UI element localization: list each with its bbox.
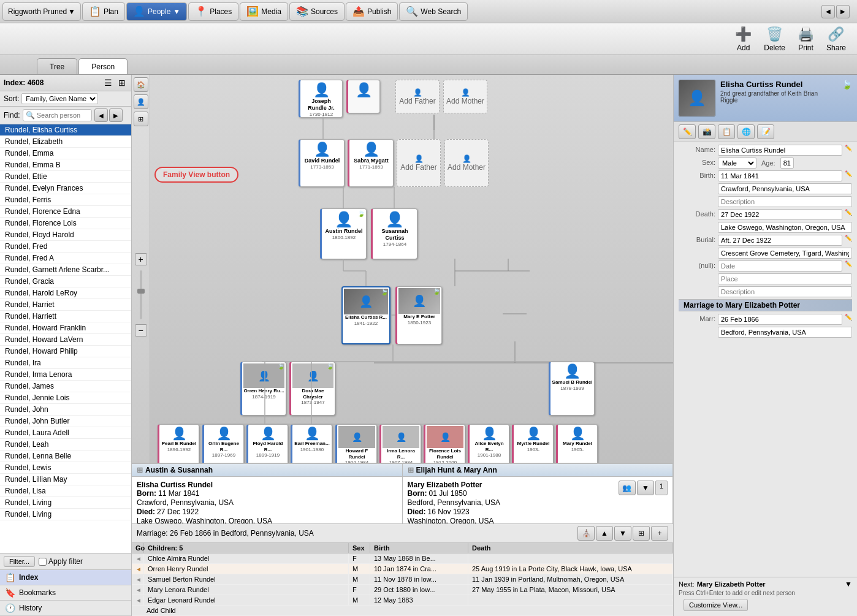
zoom-out-btn[interactable]: − [135,324,147,337]
tree-card-joseph[interactable]: 👤 Joseph Rundle Jr. 1730-1812 [299,80,343,118]
tree-card-pearl[interactable]: 👤 Pearl E Rundel 1896-1992 [158,424,199,463]
death-date-input[interactable] [718,209,842,220]
list-item[interactable]: Rundel, Ira [0,357,131,369]
list-item[interactable]: Rundel, Harriett [0,311,131,322]
list-item[interactable]: Rundel, Florence Edna [0,206,131,218]
share-button[interactable]: 🔗 Share [820,24,852,55]
sidebar-nav-index[interactable]: 📋 Index [0,570,131,585]
list-item[interactable]: Rundel, Floyd Harold [0,229,131,241]
tree-card-susannah[interactable]: 👤 Susannah Curtiss 1794-1864 [371,208,417,259]
tree-card-howard[interactable]: 👤 Howard F Rundel 1904-1984 [335,424,377,463]
action-media-btn[interactable]: 📸 [698,124,715,139]
marriage-btn3[interactable]: + [651,526,668,541]
row-go-icon[interactable]: ◄ [132,565,144,574]
list-item[interactable]: Rundel, Lisa [0,485,131,497]
app-dropdown[interactable]: Riggworth Pruned ▼ [2,2,81,21]
add-button[interactable]: ➕ Add [729,24,758,55]
list-item[interactable]: Rundel, James [0,381,131,392]
list-item[interactable]: Rundel, Leah [0,439,131,451]
right-family-btn1[interactable]: 👥 [619,481,636,495]
sort-select[interactable]: Family, Given Name [21,93,98,104]
list-item[interactable]: Rundel, Laura Adell [0,427,131,439]
index-view-btn2[interactable]: ⊞ [116,77,128,88]
marr-date-input[interactable] [718,314,842,325]
menu-websearch[interactable]: 🔍 Web Search [399,2,468,21]
menu-sources[interactable]: 📚 Sources [289,2,345,21]
action-edit-btn[interactable]: ✏️ [679,124,696,139]
null-edit-btn[interactable]: ✏️ [845,260,852,267]
menu-media[interactable]: 🖼️ Media [240,2,288,21]
tree-card-dora[interactable]: 👤 Dora Mae Chrysler 1873-1947 🍃 [289,362,335,416]
marriage-btn2[interactable]: ⊞ [633,526,650,541]
birth-edit-btn[interactable]: ✏️ [845,170,852,177]
list-item[interactable]: Rundel, Jennie Lois [0,392,131,404]
nav-back[interactable]: ◀ [821,5,835,18]
child-name[interactable]: Chloe Almira Rundel [144,553,349,563]
right-family-btn2[interactable]: ▼ [637,481,654,495]
child-name[interactable]: Edgar Leonard Rundel [144,595,349,605]
list-item[interactable]: Rundel, Harold LeRoy [0,287,131,299]
list-item[interactable]: Rundel, Howard Franklin [0,322,131,334]
tree-add-father-2[interactable]: 👤 Add Father [397,139,441,187]
list-item[interactable]: Rundel, Emma B [0,159,131,171]
tree-card-blank1[interactable]: 👤 [346,80,380,113]
child-name[interactable]: Orren Henry Rundel [144,564,349,574]
death-edit-btn[interactable]: ✏️ [845,209,852,216]
tree-card-florence[interactable]: 👤 Florence Lois Rundel 1912-2000 [424,424,465,463]
list-item[interactable]: Rundel, Howard LaVern [0,334,131,346]
null-desc-input[interactable] [718,286,852,297]
list-item[interactable]: Rundel, Elisha Curtiss [0,124,131,136]
birth-desc-input[interactable] [718,196,852,207]
sex-select[interactable]: Male Female [718,158,756,169]
list-item[interactable]: Rundel, Living [0,509,131,520]
delete-button[interactable]: 🗑️ Delete [758,24,791,55]
add-child-btn[interactable]: Add Child [132,606,180,615]
list-item[interactable]: Rundel, Irma Lenora [0,369,131,381]
customize-view-button[interactable]: Customize View... [684,599,748,611]
tree-card-orren[interactable]: 👤 Orren Henry Ru... 1874-1919 🍃 [240,362,286,416]
list-item[interactable]: Rundel, Florence Lois [0,218,131,229]
search-prev[interactable]: ◀ [94,108,108,122]
row-go-icon[interactable]: ◄ [132,596,144,605]
child-name[interactable]: Mary Lenora Rundel [144,585,349,595]
name-edit-btn[interactable]: ✏️ [845,145,852,151]
list-item[interactable]: Rundel, Garnett Arlene Scarbr... [0,264,131,276]
print-button[interactable]: 🖨️ Print [791,24,820,55]
menu-plan[interactable]: 📋 Plan [82,2,125,21]
tree-home-btn[interactable]: 🏠 [134,77,148,92]
tree-card-mary-rundel[interactable]: 👤 Mary Rundel 1905- [556,424,598,463]
action-copy-btn[interactable]: 📋 [718,124,735,139]
list-item[interactable]: Rundel, Fred [0,241,131,253]
list-item[interactable]: Rundel, Elizabeth [0,136,131,148]
burial-place-input[interactable] [718,248,852,259]
marriage-section-divider[interactable]: Marriage to Mary Elizabeth Potter [679,299,852,311]
marriage-sort-up[interactable]: ▲ [596,526,613,541]
tab-tree[interactable]: Tree [37,58,77,74]
death-place-input[interactable] [718,222,852,233]
list-item[interactable]: Rundel, Emma [0,148,131,159]
list-item[interactable]: Rundel, Ferris [0,194,131,206]
tab-person[interactable]: Person [78,58,128,74]
nav-forward[interactable]: ▶ [836,5,850,18]
tree-card-floyd[interactable]: 👤 Floyd Harold R... 1899-1919 [246,424,288,463]
tree-add-mother-1[interactable]: 👤 Add Mother [443,80,487,113]
tree-area[interactable]: 🏠 👤 ⊞ + − [132,75,673,463]
row-go-icon[interactable]: ◄ [132,575,144,584]
list-item[interactable]: Rundel, Lillian May [0,474,131,485]
zoom-in-btn[interactable]: + [135,253,147,265]
tree-card-earl[interactable]: 👤 Earl Freeman... 1901-1980 [291,424,332,463]
index-view-btn1[interactable]: ☰ [102,77,114,88]
marriage-btn[interactable]: ⛪ [577,526,595,541]
birth-place-input[interactable] [718,183,852,194]
apply-filter-checkbox[interactable] [39,558,47,566]
tree-card-sabra[interactable]: 👤 Sabra Mygatt 1771-1853 [348,139,394,187]
tree-card-samuel[interactable]: 👤 Samuel B Rundel 1878-1939 [549,362,595,416]
tree-card-austin[interactable]: 👤 Austin Rundel 1800-1892 🍃 [320,208,367,259]
list-item[interactable]: Rundel, Gracia [0,276,131,287]
tree-card-mary[interactable]: 👤 Mary E Potter 1850-1923 🍃 [395,286,442,344]
list-item[interactable]: Rundel, Lenna Belle [0,451,131,462]
tree-card-orlin[interactable]: 👤 Orlin Eugene R... 1897-1969 [202,424,244,463]
tree-card-alice[interactable]: 👤 Alice Evelyn R... 1901-1988 [468,424,509,463]
sidebar-nav-bookmarks[interactable]: 🔖 Bookmarks [0,585,131,601]
search-next[interactable]: ▶ [109,108,123,122]
